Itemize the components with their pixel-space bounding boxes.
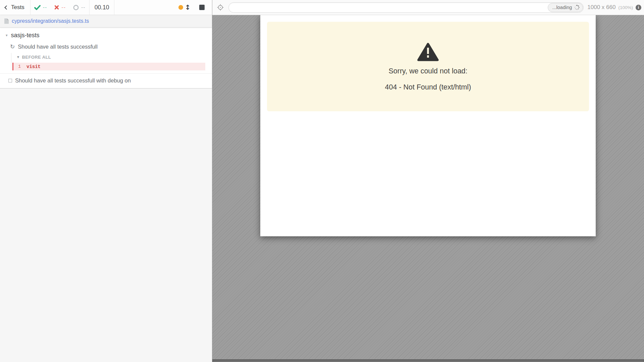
pending-stat: --: [69, 0, 89, 15]
runner-header: ...loading 1000 x 660 (100%): [212, 0, 644, 15]
loading-label: ...loading: [552, 5, 572, 10]
test-row-queued[interactable]: Should have all tests successfull with d…: [0, 73, 212, 88]
reporter-panel: Tests -- -- -- 00.10 ↕: [0, 0, 212, 362]
spec-link[interactable]: cypress/integration/sasjs.tests.ts: [12, 18, 89, 24]
loading-chip: ...loading: [548, 3, 583, 12]
info-icon[interactable]: i: [636, 5, 641, 10]
crosshair-icon: [217, 4, 224, 11]
auto-scroll-indicator-dot: [178, 5, 183, 10]
selector-playground-button[interactable]: [212, 4, 228, 11]
caret-down-icon: ▼: [17, 56, 19, 59]
aut-frame: Sorry, we could not load: 404 - Not Foun…: [260, 15, 596, 236]
viewport-info: 1000 x 660 (100%) i: [587, 4, 641, 11]
test-title: Should have all tests successfull: [18, 44, 98, 50]
circle-icon: [73, 5, 79, 10]
test-title: Should have all tests successfull with d…: [15, 77, 131, 84]
chevron-left-icon: [4, 5, 9, 10]
hook-row[interactable]: ▼ BEFORE ALL: [11, 53, 212, 63]
x-icon: [54, 5, 59, 10]
error-message: Sorry, we could not load:: [267, 67, 589, 75]
hook-block: ▼ BEFORE ALL 1 visit: [11, 53, 212, 70]
load-error-box: Sorry, we could not load: 404 - Not Foun…: [267, 22, 589, 111]
tests-list: ▾ sasjs-tests ↻ Should have all tests su…: [0, 27, 212, 88]
test-row-running[interactable]: ↻ Should have all tests successfull: [0, 41, 212, 53]
back-label: Tests: [11, 4, 24, 11]
file-icon: [4, 18, 9, 24]
cypress-runner-window: Tests -- -- -- 00.10 ↕: [0, 0, 644, 362]
reporter-header: Tests -- -- -- 00.10 ↕: [0, 0, 212, 15]
command-name: visit: [26, 64, 41, 69]
spec-bar: cypress/integration/sasjs.tests.ts: [0, 15, 212, 27]
error-detail: 404 - Not Found (text/html): [267, 83, 589, 92]
stage-bottom-bar: [212, 359, 644, 362]
url-bar: ...loading: [228, 2, 584, 13]
suite-title: sasjs-tests: [11, 32, 40, 39]
caret-down-icon: ▾: [6, 33, 8, 38]
passed-stat: --: [31, 0, 51, 15]
warning-triangle-icon: [417, 42, 439, 61]
runner-stage: Sorry, we could not load: 404 - Not Foun…: [212, 15, 644, 362]
reporter-empty-area: [0, 88, 212, 362]
viewport-size: 1000 x 660: [587, 4, 615, 11]
hook-label: BEFORE ALL: [22, 55, 51, 60]
passed-count: --: [43, 4, 47, 10]
command-row[interactable]: 1 visit: [12, 63, 205, 70]
check-icon: [34, 5, 41, 10]
refresh-icon: ↻: [10, 44, 15, 50]
failed-count: --: [61, 4, 66, 10]
back-to-tests-button[interactable]: Tests: [0, 0, 30, 15]
spinner-icon: [574, 5, 580, 10]
stop-button[interactable]: [199, 5, 205, 10]
url-input[interactable]: [228, 2, 584, 13]
runner-area: ...loading 1000 x 660 (100%): [212, 0, 644, 362]
pending-count: --: [81, 4, 86, 10]
command-number: 1: [13, 64, 21, 69]
suite-row[interactable]: ▾ sasjs-tests: [0, 31, 212, 41]
viewport-scale: (100%): [618, 5, 633, 10]
header-divider: [114, 0, 114, 15]
queued-box-icon: [8, 79, 12, 82]
failed-stat: --: [51, 0, 69, 15]
test-timer: 00.10: [90, 0, 114, 15]
scroll-updown-icon[interactable]: ↕: [185, 4, 191, 11]
